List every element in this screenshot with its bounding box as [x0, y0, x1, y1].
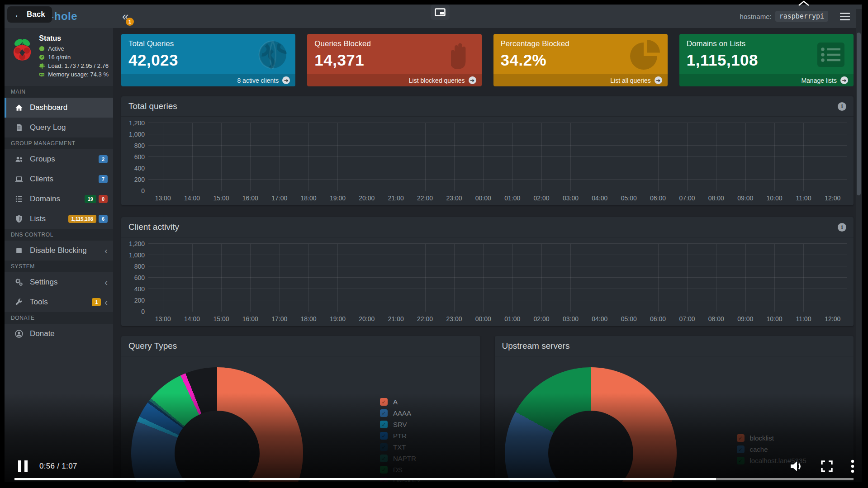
section-dns-control: DNS CONTROL [5, 229, 113, 241]
raspberry-logo [11, 34, 33, 67]
hamburger-menu-icon[interactable] [838, 11, 852, 22]
lists-domains-badge: 1,115,108 [68, 215, 96, 223]
sidebar-item-groups[interactable]: Groups 2 [5, 149, 113, 169]
status-row-rate: 16 q/min [39, 54, 109, 61]
legend-checkbox-icon: ✓ [380, 421, 388, 428]
status-row-memory: Memory usage: 74.3 % [39, 71, 109, 78]
domains-allowed-badge: 19 [85, 195, 96, 203]
laptop-icon [14, 175, 24, 184]
status-dot-icon [39, 46, 45, 52]
users-icon [14, 155, 24, 164]
chevron-up-icon[interactable] [797, 0, 811, 6]
sidebar-item-donate[interactable]: Donate [5, 324, 113, 344]
panel-title: Total queries [128, 101, 177, 111]
card-total-queries: Total Queries 42,023 8 active clients ➔ [121, 34, 295, 86]
sidebar: Pi-hole Status Active [5, 5, 113, 488]
legend-checkbox-icon: ✓ [737, 434, 745, 442]
legend-checkbox-icon: ✓ [380, 443, 388, 451]
status-row-active: Active [39, 45, 109, 52]
domains-denied-badge: 0 [99, 195, 108, 203]
speaker-icon [789, 460, 803, 472]
legend-item-cache[interactable]: ✓cache [737, 445, 806, 453]
legend-item-aaaa[interactable]: ✓AAAA [380, 409, 421, 417]
wrench-icon [14, 298, 24, 307]
shield-icon [14, 214, 24, 223]
groups-count-badge: 2 [99, 155, 108, 163]
card-percentage-blocked: Percentage Blocked 34.2% List all querie… [493, 34, 668, 86]
progress-played [14, 478, 716, 480]
more-options-button[interactable] [851, 460, 854, 473]
home-icon [14, 103, 24, 112]
stop-icon [14, 246, 24, 255]
sidebar-item-disable-blocking[interactable]: Disable Blocking ‹ [5, 241, 113, 261]
chevron-left-icon: ‹ [104, 298, 108, 307]
hostname-label: hostname: [740, 13, 772, 20]
card-footer-link[interactable]: List blocked queries ➔ [307, 74, 481, 86]
sidebar-menu: MAIN Dashboard Query Log GROUP MANAGEMEN… [5, 86, 113, 488]
status-title: Status [39, 34, 109, 43]
legend-item-txt[interactable]: ✓TXT [380, 443, 421, 451]
kebab-menu-icon [851, 460, 854, 473]
panel-title: Client activity [128, 222, 179, 232]
legend-checkbox-icon: ✓ [380, 432, 388, 440]
volume-button[interactable] [789, 460, 803, 472]
fullscreen-button[interactable] [821, 460, 833, 472]
info-icon[interactable]: i [838, 102, 846, 111]
player-controls: 0:56 / 1:07 [0, 456, 868, 476]
x-axis-labels: 13:0014:0015:0016:0017:0018:0019:0020:00… [148, 191, 847, 204]
pie-chart-icon [629, 38, 661, 71]
info-icon[interactable]: i [838, 223, 846, 232]
letterbox-top [0, 0, 868, 5]
sidebar-item-lists[interactable]: Lists 1,115,108 6 [5, 209, 113, 229]
sidebar-item-settings[interactable]: Settings ‹ [5, 272, 113, 292]
card-footer-link[interactable]: Manage lists ➔ [679, 74, 854, 86]
main-column: « 1 hostname: raspberrypi Total Queries … [113, 5, 862, 488]
section-group-management: GROUP MANAGEMENT [5, 137, 113, 149]
sidebar-item-dashboard[interactable]: Dashboard [5, 98, 113, 118]
client-activity-chart[interactable] [148, 244, 847, 312]
pihole-app: Pi-hole Status Active [5, 5, 862, 488]
dashboard-content: Total Queries 42,023 8 active clients ➔ … [113, 28, 862, 488]
legend-item-srv[interactable]: ✓SRV [380, 421, 421, 428]
gauge-icon [39, 54, 45, 60]
picture-in-picture-button[interactable] [431, 5, 450, 20]
legend-item-ptr[interactable]: ✓PTR [380, 432, 421, 440]
tools-alert-badge: 1 [92, 298, 101, 306]
stat-cards-row: Total Queries 42,023 8 active clients ➔ … [121, 34, 854, 86]
donut-hole [175, 411, 260, 488]
legend-checkbox-icon: ✓ [380, 398, 388, 406]
scrollbar-track[interactable] [856, 9, 862, 488]
card-footer-link[interactable]: 8 active clients ➔ [121, 74, 295, 86]
arrow-circle-icon: ➔ [840, 76, 848, 84]
legend-item-blocklist[interactable]: ✓blocklist [737, 434, 806, 442]
gears-icon [14, 278, 24, 287]
x-axis-labels: 13:0014:0015:0016:0017:0018:0019:0020:00… [148, 312, 847, 324]
sidebar-collapse-button[interactable]: « 1 [122, 10, 128, 22]
sidebar-item-clients[interactable]: Clients 7 [5, 169, 113, 189]
playback-time: 0:56 / 1:07 [39, 462, 77, 471]
playback-progress-bar[interactable] [14, 478, 854, 480]
video-player-stage: Pi-hole Status Active [0, 0, 868, 488]
sidebar-item-query-log[interactable]: Query Log [5, 118, 113, 137]
arrow-circle-icon: ➔ [655, 76, 662, 84]
legend-checkbox-icon: ✓ [737, 445, 745, 453]
panel-title: Query Types [128, 341, 177, 351]
sidebar-item-domains[interactable]: Domains 19 0 [5, 189, 113, 209]
total-queries-chart[interactable] [148, 123, 847, 191]
back-button[interactable]: ← Back [7, 6, 52, 23]
donate-icon [14, 329, 24, 338]
card-footer-link[interactable]: List all queries ➔ [493, 74, 668, 86]
y-axis-labels: 02004006008001,0001,200 [125, 244, 148, 312]
scrollbar-thumb[interactable] [857, 33, 861, 195]
sidebar-item-tools[interactable]: Tools 1 ‹ [5, 292, 113, 312]
legend-item-a[interactable]: ✓A [380, 398, 421, 406]
memory-icon [39, 71, 45, 77]
top-navbar: « 1 hostname: raspberrypi [113, 5, 862, 28]
arrow-circle-icon: ➔ [469, 76, 476, 84]
list-alt-icon [815, 38, 847, 71]
card-domains-on-lists: Domains on Lists 1,115,108 Manage lists … [679, 34, 854, 86]
hand-stop-icon [443, 38, 475, 71]
pause-button[interactable] [18, 460, 28, 472]
pip-icon [435, 8, 446, 16]
hostname-value: raspberrypi [775, 11, 828, 22]
